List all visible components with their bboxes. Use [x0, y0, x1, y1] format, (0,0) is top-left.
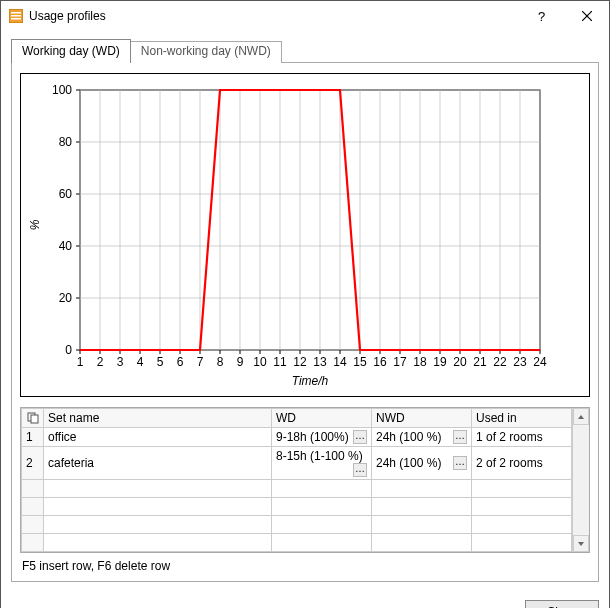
row-number: 2: [22, 447, 44, 480]
svg-text:1: 1: [77, 355, 84, 369]
window-title: Usage profiles: [29, 9, 519, 23]
tab-strip: Working day (WD) Non-working day (NWD): [11, 39, 599, 63]
svg-text:14: 14: [333, 355, 347, 369]
svg-text:3: 3: [117, 355, 124, 369]
help-button[interactable]: ?: [519, 1, 564, 31]
svg-text:6: 6: [177, 355, 184, 369]
svg-rect-6: [80, 90, 540, 350]
cell-nwd[interactable]: 24h (100 %)…: [372, 428, 472, 447]
svg-text:5: 5: [157, 355, 164, 369]
cell-wd[interactable]: 8-15h (1-100 %)…: [272, 447, 372, 480]
vertical-scrollbar[interactable]: [572, 408, 589, 552]
profile-table[interactable]: Set name WD NWD Used in 1office9-18h (10…: [21, 408, 572, 552]
scroll-track[interactable]: [573, 425, 589, 535]
dialog-window: Usage profiles ? Working day (WD) Non-wo…: [0, 0, 610, 608]
close-icon: [582, 11, 592, 21]
svg-text:12: 12: [293, 355, 307, 369]
cell-usedin[interactable]: 2 of 2 rooms: [472, 447, 572, 480]
svg-text:10: 10: [253, 355, 267, 369]
profile-grid: Set name WD NWD Used in 1office9-18h (10…: [20, 407, 590, 553]
chevron-up-icon: [577, 413, 585, 421]
row-number: 1: [22, 428, 44, 447]
svg-marker-100: [578, 542, 584, 546]
svg-text:9: 9: [237, 355, 244, 369]
cell-setname[interactable]: office: [44, 428, 272, 447]
svg-text:19: 19: [433, 355, 447, 369]
chart-container: % Time/h 020406080100 123456789101112131…: [20, 73, 590, 397]
tab-non-working-day[interactable]: Non-working day (NWD): [130, 41, 282, 63]
svg-text:20: 20: [59, 291, 73, 305]
cell-setname[interactable]: cafeteria: [44, 447, 272, 480]
title-bar: Usage profiles ?: [1, 1, 609, 31]
table-row-empty[interactable]: [22, 534, 572, 552]
svg-text:100: 100: [52, 83, 72, 97]
content-area: Working day (WD) Non-working day (NWD): [1, 31, 609, 592]
svg-text:2: 2: [97, 355, 104, 369]
ellipsis-button[interactable]: …: [453, 430, 467, 444]
app-icon: [9, 9, 23, 23]
close-dialog-button[interactable]: Close: [525, 600, 599, 608]
dialog-footer: Close: [1, 592, 609, 608]
table-row-empty[interactable]: [22, 480, 572, 498]
svg-text:18: 18: [413, 355, 427, 369]
cell-wd[interactable]: 9-18h (100%)…: [272, 428, 372, 447]
svg-text:8: 8: [217, 355, 224, 369]
svg-rect-1: [11, 12, 21, 14]
usage-chart: % Time/h 020406080100 123456789101112131…: [25, 80, 565, 390]
svg-text:15: 15: [353, 355, 367, 369]
ellipsis-button[interactable]: …: [453, 456, 467, 470]
svg-text:21: 21: [473, 355, 487, 369]
svg-text:80: 80: [59, 135, 73, 149]
svg-text:0: 0: [65, 343, 72, 357]
y-axis-label: %: [28, 219, 42, 230]
svg-text:40: 40: [59, 239, 73, 253]
svg-text:16: 16: [373, 355, 387, 369]
title-buttons: ?: [519, 1, 609, 31]
svg-rect-98: [31, 415, 38, 423]
copy-column-header[interactable]: [22, 409, 44, 428]
copy-icon: [26, 412, 39, 424]
svg-text:11: 11: [273, 355, 287, 369]
cell-nwd[interactable]: 24h (100 %)…: [372, 447, 472, 480]
tab-panel: % Time/h 020406080100 123456789101112131…: [11, 62, 599, 582]
table-row-empty[interactable]: [22, 516, 572, 534]
svg-text:23: 23: [513, 355, 527, 369]
svg-text:60: 60: [59, 187, 73, 201]
svg-text:20: 20: [453, 355, 467, 369]
svg-text:4: 4: [137, 355, 144, 369]
svg-rect-2: [11, 15, 21, 17]
svg-rect-3: [11, 18, 21, 20]
ellipsis-button[interactable]: …: [353, 430, 367, 444]
svg-marker-99: [578, 415, 584, 419]
col-header-setname[interactable]: Set name: [44, 409, 272, 428]
ellipsis-button[interactable]: …: [353, 463, 367, 477]
svg-text:22: 22: [493, 355, 507, 369]
svg-text:7: 7: [197, 355, 204, 369]
svg-text:13: 13: [313, 355, 327, 369]
close-button[interactable]: [564, 1, 609, 31]
table-row-empty[interactable]: [22, 498, 572, 516]
col-header-wd[interactable]: WD: [272, 409, 372, 428]
col-header-usedin[interactable]: Used in: [472, 409, 572, 428]
cell-usedin[interactable]: 1 of 2 rooms: [472, 428, 572, 447]
col-header-nwd[interactable]: NWD: [372, 409, 472, 428]
table-row[interactable]: 2cafeteria8-15h (1-100 %)…24h (100 %)…2 …: [22, 447, 572, 480]
tab-working-day[interactable]: Working day (WD): [11, 39, 131, 63]
svg-text:24: 24: [533, 355, 547, 369]
svg-text:17: 17: [393, 355, 407, 369]
scroll-up-button[interactable]: [573, 408, 589, 425]
hint-text: F5 insert row, F6 delete row: [22, 559, 588, 573]
scroll-down-button[interactable]: [573, 535, 589, 552]
chevron-down-icon: [577, 540, 585, 548]
table-header-row: Set name WD NWD Used in: [22, 409, 572, 428]
x-axis-label: Time/h: [292, 374, 329, 388]
table-row[interactable]: 1office9-18h (100%)…24h (100 %)…1 of 2 r…: [22, 428, 572, 447]
